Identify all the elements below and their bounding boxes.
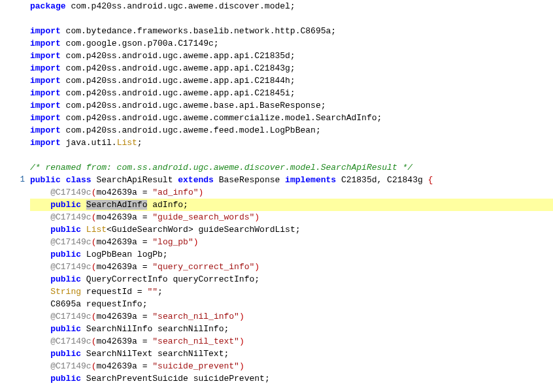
class-declaration: public class SearchApiResult extends Bas… <box>30 174 553 186</box>
import-stmt: import com.p420ss.android.ugc.aweme.base… <box>30 99 553 112</box>
field-decl: public List<GuideSearchWord> guideSearch… <box>30 223 553 236</box>
import-stmt: import com.google.gson.p700a.C17149c; <box>30 37 553 50</box>
annotation: @C17149c(mo42639a = "ad_info") <box>30 186 553 199</box>
annotation: @C17149c(mo42639a = "suicide_prevent") <box>30 360 553 372</box>
annotation: @C17149c(mo42639a = "log_pb") <box>30 236 553 248</box>
code-editor[interactable]: 1 package com.p420ss.android.ugc.aweme.d… <box>0 0 553 385</box>
field-decl: public LogPbBean logPb; <box>30 248 553 261</box>
annotation: @C17149c(mo42639a = "guide_search_words"… <box>30 211 553 223</box>
field-decl: C8695a requestInfo; <box>30 298 553 310</box>
renamed-comment: /* renamed from: com.ss.android.ugc.awem… <box>30 161 553 174</box>
code-area[interactable]: package com.p420ss.android.ugc.aweme.dis… <box>29 0 553 385</box>
field-decl: public QueryCorrectInfo queryCorrectInfo… <box>30 273 553 286</box>
field-decl-highlighted: public SearchAdInfo adInfo; <box>30 199 553 211</box>
import-stmt: import com.p420ss.android.ugc.aweme.app.… <box>30 50 553 62</box>
annotation: @C17149c(mo42639a = "query_correct_info"… <box>30 261 553 273</box>
import-stmt: import com.p420ss.android.ugc.aweme.comm… <box>30 112 553 124</box>
annotation: @C17149c(mo42639a = "search_nil_text") <box>30 335 553 348</box>
text-selection: SearchAdInfo <box>86 200 148 210</box>
import-stmt: import com.p420ss.android.ugc.aweme.app.… <box>30 74 553 87</box>
import-stmt: import com.p420ss.android.ugc.aweme.feed… <box>30 124 553 137</box>
import-stmt: import com.p420ss.android.ugc.aweme.app.… <box>30 62 553 74</box>
field-decl: String requestId = ""; <box>30 286 553 298</box>
line-gutter: 1 <box>0 0 29 385</box>
field-decl: public SearchNilInfo searchNilInfo; <box>30 323 553 335</box>
usage-indicator[interactable]: 1 <box>0 174 25 186</box>
import-stmt: import com.bytedance.frameworks.baselib.… <box>30 25 553 37</box>
import-stmt: import com.p420ss.android.ugc.aweme.app.… <box>30 87 553 99</box>
field-decl: public SearchNilText searchNilText; <box>30 348 553 360</box>
field-decl: public SearchPreventSuicide suicidePreve… <box>30 372 553 385</box>
import-stmt: import java.util.List; <box>30 137 553 149</box>
annotation: @C17149c(mo42639a = "search_nil_info") <box>30 310 553 323</box>
package-decl: package com.p420ss.android.ugc.aweme.dis… <box>30 0 553 12</box>
